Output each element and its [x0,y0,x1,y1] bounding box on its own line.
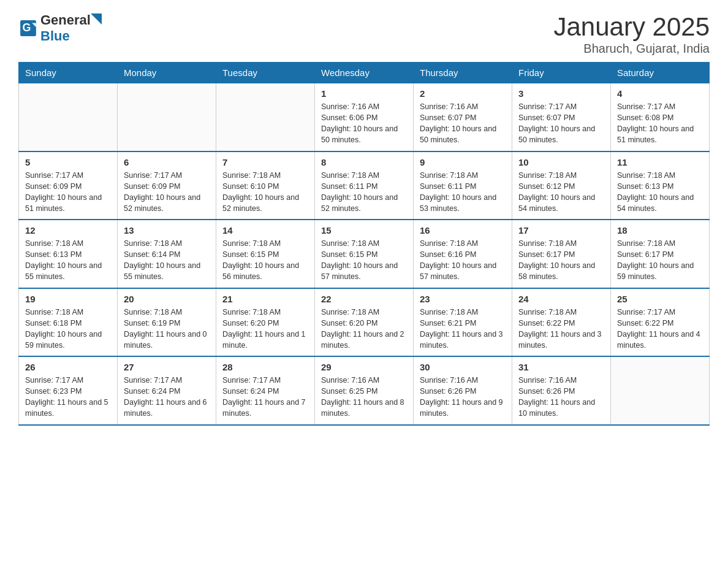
day-number: 1 [321,88,407,99]
calendar-cell: 17Sunrise: 7:18 AM Sunset: 6:17 PM Dayli… [512,220,611,288]
calendar-week-2: 5Sunrise: 7:17 AM Sunset: 6:09 PM Daylig… [19,151,710,220]
calendar-cell: 10Sunrise: 7:18 AM Sunset: 6:12 PM Dayli… [512,151,611,220]
day-info: Sunrise: 7:18 AM Sunset: 6:19 PM Dayligh… [124,307,210,351]
day-number: 4 [617,88,703,99]
day-info: Sunrise: 7:17 AM Sunset: 6:24 PM Dayligh… [124,375,210,419]
calendar-cell: 12Sunrise: 7:18 AM Sunset: 6:13 PM Dayli… [19,220,118,288]
page-subtitle: Bharuch, Gujarat, India [553,42,710,56]
day-info: Sunrise: 7:18 AM Sunset: 6:16 PM Dayligh… [420,238,506,283]
calendar-cell: 11Sunrise: 7:18 AM Sunset: 6:13 PM Dayli… [611,151,710,220]
calendar-cell: 30Sunrise: 7:16 AM Sunset: 6:26 PM Dayli… [414,356,512,425]
day-number: 9 [420,157,506,167]
col-wednesday: Wednesday [315,63,414,83]
day-number: 14 [222,225,308,236]
day-info: Sunrise: 7:18 AM Sunset: 6:21 PM Dayligh… [420,307,506,351]
day-number: 6 [124,157,210,167]
day-info: Sunrise: 7:18 AM Sunset: 6:18 PM Dayligh… [25,307,111,351]
calendar-cell: 25Sunrise: 7:17 AM Sunset: 6:22 PM Dayli… [611,288,710,357]
day-info: Sunrise: 7:17 AM Sunset: 6:24 PM Dayligh… [222,375,308,419]
calendar-cell: 18Sunrise: 7:18 AM Sunset: 6:17 PM Dayli… [611,220,710,288]
calendar-header: Sunday Monday Tuesday Wednesday Thursday… [19,63,710,83]
day-info: Sunrise: 7:18 AM Sunset: 6:12 PM Dayligh… [518,170,604,215]
day-number: 29 [321,362,407,372]
calendar-cell: 14Sunrise: 7:18 AM Sunset: 6:15 PM Dayli… [216,220,315,288]
calendar-cell: 27Sunrise: 7:17 AM Sunset: 6:24 PM Dayli… [118,356,216,425]
day-number: 25 [617,294,703,304]
calendar-cell: 3Sunrise: 7:17 AM Sunset: 6:07 PM Daylig… [512,83,611,151]
day-info: Sunrise: 7:17 AM Sunset: 6:08 PM Dayligh… [617,101,703,146]
day-number: 30 [420,362,506,372]
calendar-cell: 2Sunrise: 7:16 AM Sunset: 6:07 PM Daylig… [414,83,512,151]
calendar-week-4: 19Sunrise: 7:18 AM Sunset: 6:18 PM Dayli… [19,288,710,357]
calendar-cell: 31Sunrise: 7:16 AM Sunset: 6:26 PM Dayli… [512,356,611,425]
calendar-cell: 24Sunrise: 7:18 AM Sunset: 6:22 PM Dayli… [512,288,611,357]
day-info: Sunrise: 7:16 AM Sunset: 6:26 PM Dayligh… [420,375,506,419]
day-number: 2 [420,88,506,99]
calendar-week-5: 26Sunrise: 7:17 AM Sunset: 6:23 PM Dayli… [19,356,710,425]
day-info: Sunrise: 7:18 AM Sunset: 6:15 PM Dayligh… [321,238,407,283]
day-info: Sunrise: 7:16 AM Sunset: 6:06 PM Dayligh… [321,101,407,146]
day-info: Sunrise: 7:17 AM Sunset: 6:07 PM Dayligh… [518,101,604,146]
svg-marker-4 [91,13,102,25]
col-sunday: Sunday [19,63,118,83]
calendar-cell: 22Sunrise: 7:18 AM Sunset: 6:20 PM Dayli… [315,288,414,357]
day-info: Sunrise: 7:18 AM Sunset: 6:17 PM Dayligh… [617,238,703,283]
day-info: Sunrise: 7:17 AM Sunset: 6:09 PM Dayligh… [25,170,111,215]
day-info: Sunrise: 7:17 AM Sunset: 6:23 PM Dayligh… [25,375,111,419]
calendar-cell [118,83,216,151]
day-info: Sunrise: 7:18 AM Sunset: 6:13 PM Dayligh… [617,170,703,215]
calendar-week-3: 12Sunrise: 7:18 AM Sunset: 6:13 PM Dayli… [19,220,710,288]
day-number: 20 [124,294,210,304]
logo-arrow-icon [91,13,102,25]
logo-general-text: General [40,12,91,28]
svg-text:G: G [22,21,31,34]
calendar-cell: 21Sunrise: 7:18 AM Sunset: 6:20 PM Dayli… [216,288,315,357]
day-info: Sunrise: 7:16 AM Sunset: 6:26 PM Dayligh… [518,375,604,419]
calendar-cell: 6Sunrise: 7:17 AM Sunset: 6:09 PM Daylig… [118,151,216,220]
logo-blue-text: Blue [40,28,70,44]
day-number: 27 [124,362,210,372]
col-saturday: Saturday [611,63,710,83]
day-number: 24 [518,294,604,304]
header-row: Sunday Monday Tuesday Wednesday Thursday… [19,63,710,83]
calendar-cell: 9Sunrise: 7:18 AM Sunset: 6:11 PM Daylig… [414,151,512,220]
calendar-cell: 26Sunrise: 7:17 AM Sunset: 6:23 PM Dayli… [19,356,118,425]
day-number: 17 [518,225,604,236]
day-info: Sunrise: 7:18 AM Sunset: 6:10 PM Dayligh… [222,170,308,215]
day-info: Sunrise: 7:17 AM Sunset: 6:09 PM Dayligh… [124,170,210,215]
calendar-cell: 28Sunrise: 7:17 AM Sunset: 6:24 PM Dayli… [216,356,315,425]
day-info: Sunrise: 7:16 AM Sunset: 6:07 PM Dayligh… [420,101,506,146]
calendar-cell: 4Sunrise: 7:17 AM Sunset: 6:08 PM Daylig… [611,83,710,151]
calendar-cell [611,356,710,425]
calendar-cell: 7Sunrise: 7:18 AM Sunset: 6:10 PM Daylig… [216,151,315,220]
day-number: 7 [222,157,308,167]
calendar-cell: 20Sunrise: 7:18 AM Sunset: 6:19 PM Dayli… [118,288,216,357]
day-number: 16 [420,225,506,236]
day-number: 18 [617,225,703,236]
calendar-cell: 5Sunrise: 7:17 AM Sunset: 6:09 PM Daylig… [19,151,118,220]
day-info: Sunrise: 7:18 AM Sunset: 6:20 PM Dayligh… [222,307,308,351]
logo: G General Blue [18,12,102,44]
calendar-cell: 15Sunrise: 7:18 AM Sunset: 6:15 PM Dayli… [315,220,414,288]
day-number: 5 [25,157,111,167]
day-number: 10 [518,157,604,167]
day-number: 12 [25,225,111,236]
day-number: 11 [617,157,703,167]
calendar-cell: 16Sunrise: 7:18 AM Sunset: 6:16 PM Dayli… [414,220,512,288]
page-header: G General Blue January 2025 Bharuch, Guj… [18,12,710,56]
day-info: Sunrise: 7:18 AM Sunset: 6:22 PM Dayligh… [518,307,604,351]
day-number: 31 [518,362,604,372]
day-number: 22 [321,294,407,304]
logo-icon: G [20,20,37,37]
day-info: Sunrise: 7:18 AM Sunset: 6:14 PM Dayligh… [124,238,210,283]
calendar-week-1: 1Sunrise: 7:16 AM Sunset: 6:06 PM Daylig… [19,83,710,151]
day-number: 15 [321,225,407,236]
day-number: 23 [420,294,506,304]
day-number: 8 [321,157,407,167]
col-monday: Monday [118,63,216,83]
calendar-body: 1Sunrise: 7:16 AM Sunset: 6:06 PM Daylig… [19,83,710,425]
col-tuesday: Tuesday [216,63,315,83]
calendar-cell [216,83,315,151]
day-info: Sunrise: 7:16 AM Sunset: 6:25 PM Dayligh… [321,375,407,419]
day-number: 3 [518,88,604,99]
